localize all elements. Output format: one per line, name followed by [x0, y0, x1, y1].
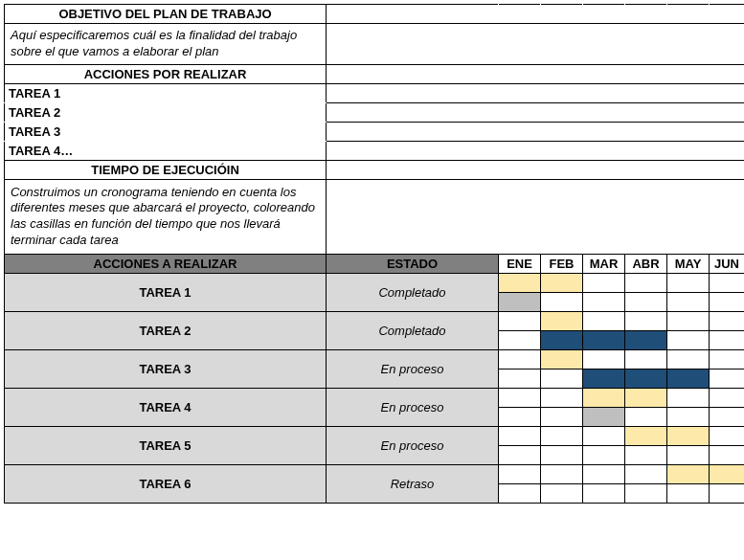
gantt-cell — [667, 407, 710, 426]
gantt-cell — [541, 349, 583, 369]
gantt-cell — [583, 330, 625, 349]
gantt-cell — [583, 483, 625, 503]
gantt-cell — [710, 388, 745, 407]
gantt-cell — [710, 292, 745, 311]
gantt-cell — [499, 388, 541, 407]
gantt-task-name: TAREA 5 — [5, 426, 327, 464]
gantt-cell — [710, 311, 745, 330]
gantt-task-status: En proceso — [327, 349, 499, 388]
col-month: JUN — [710, 254, 745, 273]
tarea-row: TAREA 3 — [5, 122, 327, 141]
gantt-cell — [499, 311, 541, 330]
gantt-cell — [667, 273, 710, 292]
gantt-cell — [541, 426, 583, 445]
gantt-cell — [499, 483, 541, 503]
gantt-cell — [625, 483, 667, 503]
gantt-cell — [625, 464, 667, 483]
gantt-cell — [625, 369, 667, 388]
gantt-cell — [667, 369, 710, 388]
gantt-task-name: TAREA 1 — [5, 273, 327, 311]
gantt-cell — [583, 349, 625, 369]
gantt-cell — [667, 464, 710, 483]
gantt-cell — [541, 483, 583, 503]
gantt-cell — [667, 483, 710, 503]
gantt-cell — [541, 292, 583, 311]
gantt-cell — [625, 349, 667, 369]
gantt-cell — [625, 330, 667, 349]
objetivo-desc: Aquí especificaremos cuál es la finalida… — [5, 24, 327, 65]
gantt-task-status: Completado — [327, 311, 499, 349]
gantt-cell — [541, 407, 583, 426]
gantt-cell — [667, 349, 710, 369]
gantt-cell — [583, 311, 625, 330]
gantt-cell — [499, 407, 541, 426]
objetivo-header: OBJETIVO DEL PLAN DE TRABAJO — [5, 5, 327, 24]
gantt-cell — [541, 388, 583, 407]
gantt-cell — [499, 292, 541, 311]
gantt-cell — [667, 426, 710, 445]
gantt-cell — [499, 349, 541, 369]
gantt-cell — [583, 407, 625, 426]
gantt-cell — [710, 330, 745, 349]
gantt-cell — [541, 369, 583, 388]
gantt-cell — [541, 330, 583, 349]
gantt-cell — [667, 311, 710, 330]
gantt-cell — [499, 330, 541, 349]
gantt-cell — [710, 407, 745, 426]
col-month: MAY — [667, 254, 710, 273]
gantt-cell — [710, 426, 745, 445]
gantt-cell — [710, 369, 745, 388]
tarea-row: TAREA 1 — [5, 83, 327, 102]
gantt-cell — [710, 349, 745, 369]
gantt-task-name: TAREA 6 — [5, 464, 327, 503]
gantt-cell — [541, 445, 583, 464]
gantt-cell — [583, 388, 625, 407]
tarea-row: TAREA 2 — [5, 102, 327, 122]
gantt-cell — [583, 445, 625, 464]
gantt-cell — [541, 464, 583, 483]
col-estado: ESTADO — [327, 254, 499, 273]
acciones-header: ACCIONES POR REALIZAR — [5, 64, 327, 83]
gantt-cell — [499, 369, 541, 388]
gantt-cell — [625, 273, 667, 292]
col-month: MAR — [583, 254, 625, 273]
gantt-cell — [710, 464, 745, 483]
gantt-cell — [667, 330, 710, 349]
gantt-cell — [499, 464, 541, 483]
workplan-table: OBJETIVO DEL PLAN DE TRABAJO Aquí especi… — [4, 4, 744, 504]
gantt-task-name: TAREA 4 — [5, 388, 327, 426]
col-month: FEB — [541, 254, 583, 273]
col-acciones: ACCIONES A REALIZAR — [5, 254, 327, 273]
gantt-task-name: TAREA 3 — [5, 349, 327, 388]
gantt-cell — [541, 273, 583, 292]
gantt-task-status: En proceso — [327, 388, 499, 426]
col-month: ENE — [499, 254, 541, 273]
gantt-cell — [710, 483, 745, 503]
gantt-cell — [499, 426, 541, 445]
gantt-cell — [499, 273, 541, 292]
gantt-cell — [625, 407, 667, 426]
gantt-cell — [625, 426, 667, 445]
gantt-task-status: En proceso — [327, 426, 499, 464]
gantt-cell — [583, 273, 625, 292]
gantt-cell — [710, 273, 745, 292]
gantt-cell — [541, 311, 583, 330]
gantt-cell — [710, 445, 745, 464]
gantt-cell — [625, 388, 667, 407]
gantt-cell — [667, 292, 710, 311]
gantt-task-name: TAREA 2 — [5, 311, 327, 349]
gantt-cell — [667, 445, 710, 464]
gantt-task-status: Retraso — [327, 464, 499, 503]
gantt-cell — [625, 445, 667, 464]
gantt-cell — [583, 464, 625, 483]
gantt-cell — [625, 311, 667, 330]
gantt-cell — [667, 388, 710, 407]
gantt-cell — [499, 445, 541, 464]
gantt-cell — [583, 292, 625, 311]
gantt-cell — [583, 369, 625, 388]
gantt-task-status: Completado — [327, 273, 499, 311]
gantt-cell — [583, 426, 625, 445]
tiempo-header: TIEMPO DE EJECUCIÓIN — [5, 160, 327, 179]
gantt-cell — [625, 292, 667, 311]
col-month: ABR — [625, 254, 667, 273]
